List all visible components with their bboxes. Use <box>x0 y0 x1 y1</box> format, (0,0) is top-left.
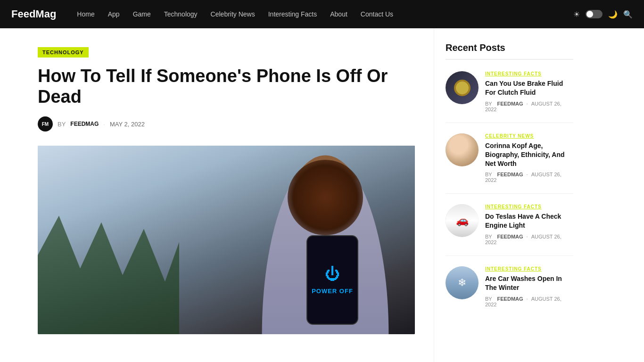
power-text: POWER OFF <box>312 288 353 295</box>
main-content: TECHNOLOGY How To Tell If Someone's Phon… <box>0 28 434 362</box>
post-date-2: AUGUST 26, 2022 <box>485 172 561 183</box>
post-by-2: BY <box>485 172 492 177</box>
page-wrapper: TECHNOLOGY How To Tell If Someone's Phon… <box>0 28 644 362</box>
nav-controls: ☀ 🌙 🔍 <box>573 10 633 19</box>
tesla-thumb-inner: 🚗 <box>446 204 479 237</box>
post-info-1: INTERESTING FACTS Can You Use Brake Flui… <box>485 71 573 112</box>
post-meta-2: BY FEEDMAG · AUGUST 26, 2022 <box>485 172 573 183</box>
post-category-1[interactable]: INTERESTING FACTS <box>485 71 573 76</box>
nav-technology[interactable]: Technology <box>157 0 204 28</box>
post-author-3[interactable]: FEEDMAG <box>497 234 523 239</box>
author-name[interactable]: FEEDMAG <box>70 121 99 127</box>
post-meta-3: BY FEEDMAG · AUGUST 26, 2022 <box>485 234 573 245</box>
by-label: BY <box>58 121 66 128</box>
author-separator: · <box>103 121 105 128</box>
post-title-1[interactable]: Can You Use Brake Fluid For Clutch Fluid <box>485 79 573 97</box>
nav-app[interactable]: App <box>101 0 126 28</box>
author-avatar: FM <box>38 116 53 132</box>
post-title-4[interactable]: Are Car Washes Open In The Winter <box>485 274 573 292</box>
post-author-1[interactable]: FEEDMAG <box>497 101 523 107</box>
nav-game[interactable]: Game <box>126 0 157 28</box>
nav-celebrity[interactable]: Celebrity News <box>204 0 262 28</box>
post-by-3: BY <box>485 234 492 239</box>
theme-toggle[interactable] <box>586 10 603 18</box>
post-title-2[interactable]: Corinna Kopf Age, Biography, Ethnicity, … <box>485 141 573 168</box>
article-image: ⏻ POWER OFF <box>38 146 415 334</box>
nav-about[interactable]: About <box>323 0 354 28</box>
post-meta-4: BY FEEDMAG · AUGUST 26, 2022 <box>485 296 573 307</box>
post-author-2[interactable]: FEEDMAG <box>497 172 523 177</box>
brake-thumb-inner <box>454 80 471 96</box>
phone-display: ⏻ POWER OFF <box>306 235 358 325</box>
post-dot-2: · <box>527 172 529 177</box>
post-thumb-brake <box>446 71 479 104</box>
toggle-knob <box>586 11 593 17</box>
post-date-1: AUGUST 26, 2022 <box>485 101 561 112</box>
post-info-4: INTERESTING FACTS Are Car Washes Open In… <box>485 266 573 307</box>
post-by-4: BY <box>485 296 492 302</box>
site-logo[interactable]: FeedMag <box>11 8 56 20</box>
post-info-2: CELEBRITY NEWS Corinna Kopf Age, Biograp… <box>485 133 573 183</box>
recent-posts-title: Recent Posts <box>446 42 573 60</box>
post-author-4[interactable]: FEEDMAG <box>497 296 523 302</box>
post-category-3[interactable]: INTERESTING FACTS <box>485 204 573 209</box>
celeb-thumb-inner <box>446 133 479 166</box>
author-row: FM BY FEEDMAG · MAY 2, 2022 <box>38 116 415 132</box>
post-thumb-celeb <box>446 133 479 166</box>
nav-contact[interactable]: Contact Us <box>354 0 400 28</box>
post-date-3: AUGUST 26, 2022 <box>485 234 561 245</box>
post-info-3: INTERESTING FACTS Do Teslas Have A Check… <box>485 204 573 245</box>
nav-interesting-facts[interactable]: Interesting Facts <box>262 0 324 28</box>
recent-post-1: INTERESTING FACTS Can You Use Brake Flui… <box>446 71 573 123</box>
post-thumb-tesla: 🚗 <box>446 204 479 237</box>
recent-post-2: CELEBRITY NEWS Corinna Kopf Age, Biograp… <box>446 133 573 194</box>
nav-links: Home App Game Technology Celebrity News … <box>70 0 573 28</box>
nav-home[interactable]: Home <box>70 0 101 28</box>
article-category-badge[interactable]: TECHNOLOGY <box>38 47 89 58</box>
post-dot-1: · <box>527 101 529 107</box>
sidebar: Recent Posts INTERESTING FACTS Can You U… <box>434 28 585 362</box>
light-mode-icon[interactable]: ☀ <box>573 10 580 19</box>
recent-post-4: ❄ INTERESTING FACTS Are Car Washes Open … <box>446 266 573 318</box>
post-thumb-carwash: ❄ <box>446 266 479 299</box>
recent-post-3: 🚗 INTERESTING FACTS Do Teslas Have A Che… <box>446 204 573 256</box>
post-date-4: AUGUST 26, 2022 <box>485 296 561 307</box>
article-date: MAY 2, 2022 <box>110 121 145 128</box>
post-dot-4: · <box>527 296 529 302</box>
post-title-3[interactable]: Do Teslas Have A Check Engine Light <box>485 212 573 230</box>
carwash-thumb-inner: ❄ <box>446 266 479 299</box>
navbar: FeedMag Home App Game Technology Celebri… <box>0 0 644 28</box>
post-dot-3: · <box>527 234 529 239</box>
post-by-1: BY <box>485 101 492 107</box>
post-category-2[interactable]: CELEBRITY NEWS <box>485 133 573 139</box>
post-category-4[interactable]: INTERESTING FACTS <box>485 266 573 272</box>
search-icon[interactable]: 🔍 <box>623 10 633 19</box>
post-meta-1: BY FEEDMAG · AUGUST 26, 2022 <box>485 101 573 112</box>
article-title: How To Tell If Someone's Phone Is Off Or… <box>38 66 415 107</box>
dark-mode-icon[interactable]: 🌙 <box>608 10 618 19</box>
